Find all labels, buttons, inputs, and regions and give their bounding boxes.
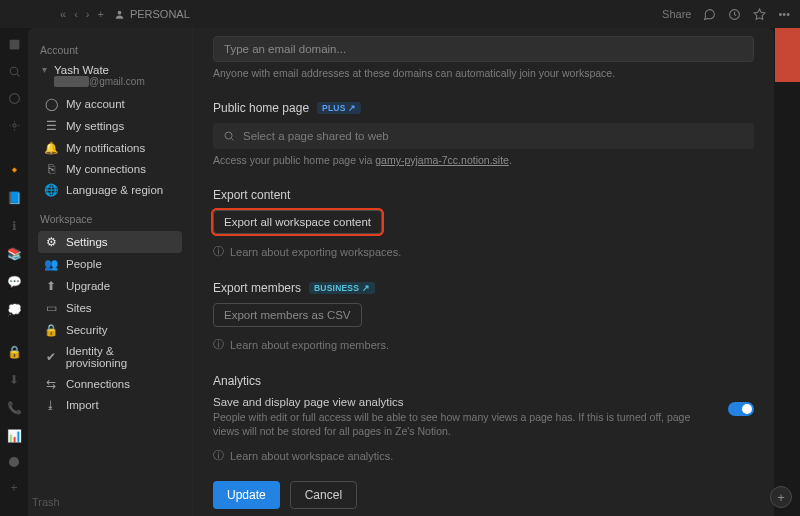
info-icon: ⓘ	[213, 337, 224, 352]
export-content-title: Export content	[213, 188, 754, 202]
nav-forward-icon[interactable]: ›	[86, 8, 90, 20]
lock-icon: 🔒	[44, 323, 58, 337]
sidebar-item-label: Language & region	[66, 184, 163, 196]
public-home-title: Public home page PLUS ↗	[213, 101, 754, 115]
plus-badge: PLUS ↗	[317, 102, 361, 114]
learn-export-members[interactable]: ⓘ Learn about exporting members.	[213, 337, 754, 352]
share-button[interactable]: Share	[662, 8, 691, 20]
rail-icon-f[interactable]: 💭	[7, 303, 22, 317]
export-members-csv-button[interactable]: Export members as CSV	[213, 303, 362, 327]
sidebar-item-label: My connections	[66, 163, 146, 175]
email-domain-input[interactable]: Type an email domain...	[213, 36, 754, 62]
rail-clock-icon[interactable]	[8, 92, 21, 105]
sidebar-item-my-settings[interactable]: ☰My settings	[38, 115, 182, 137]
update-button[interactable]: Update	[213, 481, 280, 509]
rail-gear-icon[interactable]	[8, 119, 21, 132]
link-icon: ⎘	[44, 163, 58, 175]
new-fab-button[interactable]: +	[770, 486, 792, 508]
background-accent	[775, 28, 800, 82]
sidebar-item-label: People	[66, 258, 102, 270]
placeholder-text: Type an email domain...	[224, 43, 346, 55]
sidebar-item-my-account[interactable]: ◯My account	[38, 93, 182, 115]
sidebar-item-label: Upgrade	[66, 280, 110, 292]
account-header: Account	[40, 44, 180, 56]
sliders-icon: ☰	[44, 119, 58, 133]
export-all-content-button[interactable]: Export all workspace content	[213, 210, 382, 234]
sidebar-item-label: My account	[66, 98, 125, 110]
sidebar-item-my-connections[interactable]: ⎘My connections	[38, 159, 182, 179]
sidebar-item-my-notifications[interactable]: 🔔My notifications	[38, 137, 182, 159]
notion-site-link[interactable]: gamy-pyjama-7cc.notion.site	[375, 154, 509, 166]
nav-back-icon[interactable]: ‹	[74, 8, 78, 20]
new-page-icon[interactable]: +	[97, 8, 103, 20]
more-icon[interactable]: •••	[778, 8, 790, 20]
sidebar-item-import[interactable]: ⭳Import	[38, 395, 182, 415]
analytics-toggle[interactable]	[728, 402, 754, 416]
comments-icon[interactable]	[703, 8, 716, 21]
sidebar-item-settings[interactable]: ⚙Settings	[38, 231, 182, 253]
business-badge: BUSINESS ↗	[309, 282, 375, 294]
chevron-down-icon: ▾	[40, 64, 48, 75]
sidebar-item-upgrade[interactable]: ⬆Upgrade	[38, 275, 182, 297]
section-label: Export members	[213, 281, 301, 295]
svg-point-6	[225, 132, 232, 139]
rail-icon-i[interactable]: 📞	[7, 401, 22, 415]
gear-icon: ⚙	[44, 235, 58, 249]
workspace-header: Workspace	[40, 213, 180, 225]
sidebar-item-language-region[interactable]: 🌐Language & region	[38, 179, 182, 201]
settings-sidebar: Account ▾ Yash Wate xxxxxxx@gmail.com ◯M…	[28, 28, 193, 516]
sidebar-item-label: My settings	[66, 120, 124, 132]
sidebar-item-label: Settings	[66, 236, 108, 248]
public-home-hint: Access your public home page via gamy-py…	[213, 154, 754, 166]
sidebar-toggle-icon[interactable]: «	[60, 8, 66, 20]
sidebar-item-sites[interactable]: ▭Sites	[38, 297, 182, 319]
rail-icon-1[interactable]	[8, 38, 21, 51]
rail-search-icon[interactable]	[8, 65, 21, 78]
sidebar-item-label: My notifications	[66, 142, 145, 154]
info-text: Learn about exporting workspaces.	[230, 246, 401, 258]
rail-icon-e[interactable]: 💬	[7, 275, 22, 289]
sidebar-item-label: Connections	[66, 378, 130, 390]
globe-icon: 🌐	[44, 183, 58, 197]
user-block[interactable]: ▾ Yash Wate xxxxxxx@gmail.com	[38, 62, 182, 93]
rail-icon-d[interactable]: 📚	[7, 247, 22, 261]
sidebar-item-connections[interactable]: ⇆Connections	[38, 373, 182, 395]
learn-export-content[interactable]: ⓘ Learn about exporting workspaces.	[213, 244, 754, 259]
info-icon: ⓘ	[213, 244, 224, 259]
analytics-desc: People with edit or full access will be …	[213, 410, 716, 438]
analytics-title: Analytics	[213, 374, 754, 388]
export-members-title: Export members BUSINESS ↗	[213, 281, 754, 295]
updates-icon[interactable]	[728, 8, 741, 21]
info-text: Learn about exporting members.	[230, 339, 389, 351]
breadcrumb-label: PERSONAL	[130, 8, 190, 20]
rail-avatar-icon[interactable]	[9, 457, 19, 467]
cancel-button[interactable]: Cancel	[290, 481, 357, 509]
rail-icon-a[interactable]: 🔸	[7, 163, 22, 177]
rail-icon-c[interactable]: ℹ	[12, 219, 17, 233]
search-icon	[223, 130, 235, 142]
rail-add-icon[interactable]: +	[10, 481, 17, 495]
svg-point-3	[10, 67, 18, 75]
svg-rect-2	[9, 40, 19, 50]
user-email: xxxxxxx@gmail.com	[54, 76, 145, 87]
learn-analytics[interactable]: ⓘ Learn about workspace analytics.	[213, 448, 754, 463]
rail-icon-g[interactable]: 🔒	[7, 345, 22, 359]
section-label: Public home page	[213, 101, 309, 115]
email-domain-hint: Anyone with email addresses at these dom…	[213, 67, 754, 79]
rail-icon-j[interactable]: 📊	[7, 429, 22, 443]
sidebar-item-security[interactable]: 🔒Security	[38, 319, 182, 341]
trash-label[interactable]: Trash	[32, 496, 60, 508]
shield-check-icon: ✔	[44, 350, 58, 364]
sidebar-item-identity[interactable]: ✔Identity & provisioning	[38, 341, 182, 373]
bell-icon: 🔔	[44, 141, 58, 155]
rail-icon-b[interactable]: 📘	[7, 191, 22, 205]
sidebar-item-people[interactable]: 👥People	[38, 253, 182, 275]
user-name: Yash Wate	[54, 64, 145, 76]
browser-icon: ▭	[44, 301, 58, 315]
favorite-icon[interactable]	[753, 8, 766, 21]
public-page-select[interactable]: Select a page shared to web	[213, 123, 754, 149]
breadcrumb[interactable]: PERSONAL	[114, 8, 190, 20]
info-icon: ⓘ	[213, 448, 224, 463]
rail-icon-h[interactable]: ⬇	[9, 373, 19, 387]
placeholder-text: Select a page shared to web	[243, 130, 389, 142]
